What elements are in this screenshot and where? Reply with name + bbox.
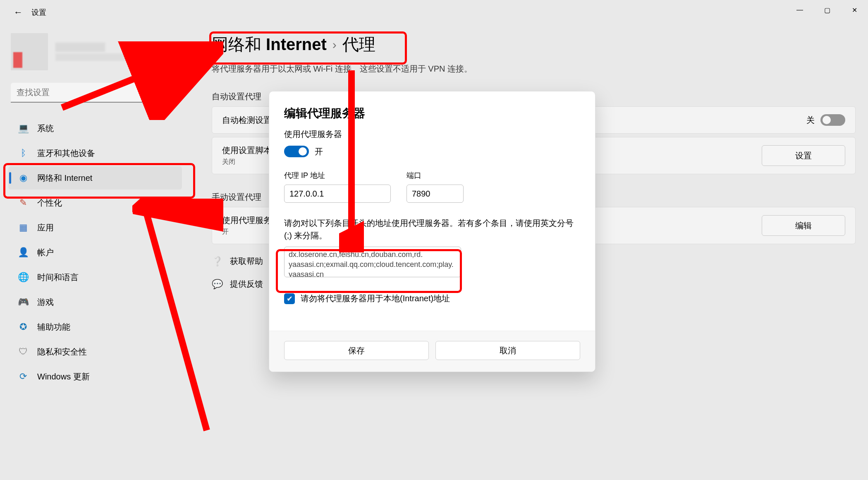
exclude-hint: 请勿对以下列条目开头的地址使用代理服务器。若有多个条目，请使用英文分号(;) 来… <box>284 217 580 242</box>
proxy-port-label: 端口 <box>407 170 464 180</box>
proxy-ip-field: 代理 IP 地址 <box>284 170 391 203</box>
use-proxy-toggle[interactable] <box>284 146 309 157</box>
dialog-buttons: 保存 取消 <box>269 331 595 372</box>
proxy-port-input[interactable] <box>407 185 464 203</box>
proxy-ip-input[interactable] <box>284 185 391 203</box>
dialog-title: 编辑代理服务器 <box>284 106 580 121</box>
exclude-textarea[interactable] <box>284 247 461 277</box>
save-button[interactable]: 保存 <box>284 341 429 360</box>
dialog-toggle-row: 开 <box>284 146 580 157</box>
use-proxy-toggle-label: 开 <box>315 146 323 157</box>
intranet-checkbox[interactable]: ✔ <box>284 293 295 304</box>
intranet-check-row: ✔ 请勿将代理服务器用于本地(Intranet)地址 <box>284 293 580 304</box>
edit-proxy-dialog: 编辑代理服务器 使用代理服务器 开 代理 IP 地址 端口 请勿对以下列条目开头… <box>269 91 595 372</box>
proxy-ip-label: 代理 IP 地址 <box>284 170 391 180</box>
cancel-button[interactable]: 取消 <box>435 341 580 360</box>
proxy-port-field: 端口 <box>407 170 464 203</box>
intranet-label: 请勿将代理服务器用于本地(Intranet)地址 <box>301 293 450 304</box>
dialog-use-label: 使用代理服务器 <box>284 129 580 140</box>
